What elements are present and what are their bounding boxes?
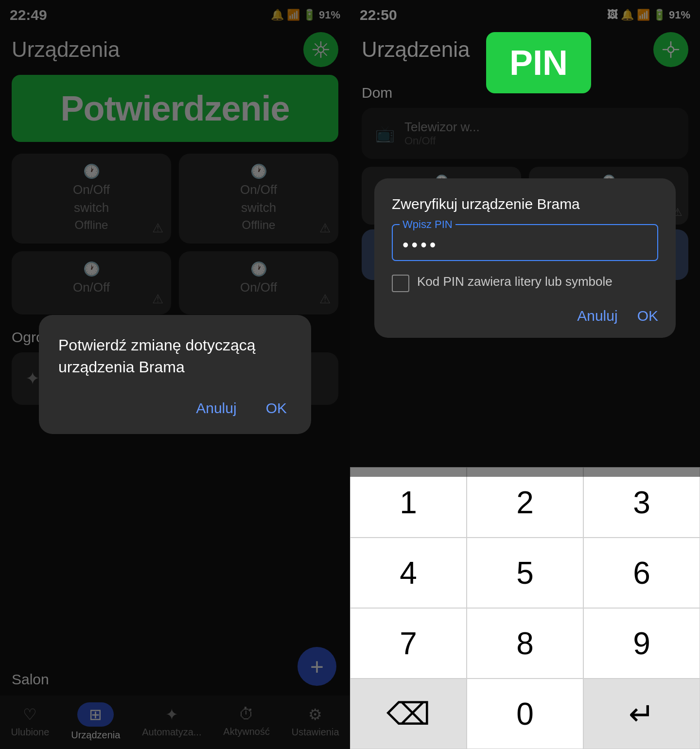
pin-dialog: Zweryfikuj urządzenie Brama Wpisz PIN ••… — [374, 178, 676, 338]
dialog-title: Potwierdź zmianę dotyczącą urządzenia Br… — [58, 334, 292, 378]
numpad-key-3[interactable]: 3 — [583, 467, 700, 538]
numpad-key-7[interactable]: 7 — [350, 608, 467, 679]
numpad-key-2[interactable]: 2 — [467, 467, 583, 538]
pin-checkbox-row: Kod PIN zawiera litery lub symbole — [392, 273, 658, 292]
numpad-key-6[interactable]: 6 — [583, 538, 700, 608]
pin-checkbox-label: Kod PIN zawiera litery lub symbole — [417, 273, 612, 290]
pin-cancel-button[interactable]: Anuluj — [577, 308, 617, 324]
dialog-ok-button[interactable]: OK — [261, 397, 292, 419]
left-panel: 22:49 🔔 📶 🔋 91% Urządzenia Pot — [0, 0, 350, 749]
confirm-dialog-overlay: Potwierdź zmianę dotyczącą urządzenia Br… — [0, 0, 350, 749]
numpad-key-1[interactable]: 1 — [350, 467, 467, 538]
pin-input-value: •••• — [402, 235, 438, 255]
numpad-key-0[interactable]: 0 — [467, 679, 583, 749]
numpad-key-4[interactable]: 4 — [350, 538, 467, 608]
pin-banner: PIN — [486, 32, 591, 93]
dialog-cancel-button[interactable]: Anuluj — [191, 397, 241, 419]
pin-ok-button[interactable]: OK — [637, 308, 658, 324]
numpad-key-8[interactable]: 8 — [467, 608, 583, 679]
dialog-actions: Anuluj OK — [58, 397, 292, 419]
pin-dialog-actions: Anuluj OK — [392, 308, 658, 324]
right-panel: 22:50 🖼 🔔 📶 🔋 91% Urządzenia — [350, 0, 700, 749]
numpad-key-9[interactable]: 9 — [583, 608, 700, 679]
pin-input-container[interactable]: Wpisz PIN •••• — [392, 224, 658, 261]
pin-checkbox[interactable] — [392, 275, 409, 292]
pin-input-label: Wpisz PIN — [400, 218, 455, 231]
confirm-dialog: Potwierdź zmianę dotyczącą urządzenia Br… — [39, 315, 311, 435]
pin-banner-text: PIN — [509, 43, 568, 82]
pin-dialog-title: Zweryfikuj urządzenie Brama — [392, 196, 658, 212]
numpad-key-backspace[interactable]: ⌫ — [350, 679, 467, 749]
numpad-key-5[interactable]: 5 — [467, 538, 583, 608]
numpad: 1 2 3 4 5 6 7 8 9 ⌫ 0 ↵ — [350, 467, 700, 749]
numpad-key-enter[interactable]: ↵ — [583, 679, 700, 749]
